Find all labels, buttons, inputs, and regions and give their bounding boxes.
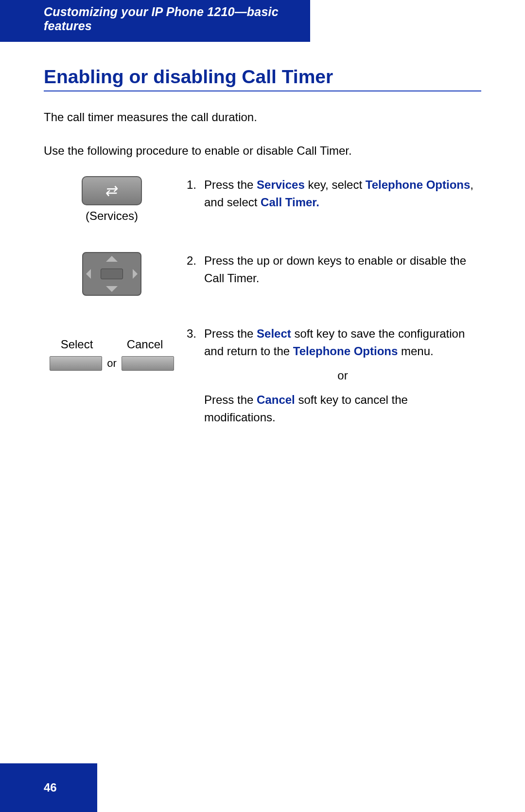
softkey-row: or [44, 356, 180, 371]
procedure-step: Select Cancel or 3. Press the Select sof… [44, 325, 481, 426]
select-softkey-icon [50, 356, 102, 371]
step-body: Press the Select soft key to save the co… [204, 325, 481, 426]
right-arrow-icon [133, 269, 138, 279]
step-illustration: Select Cancel or [44, 325, 180, 371]
services-key-icon: ⇄ [82, 176, 142, 205]
page-content: Enabling or disabling Call Timer The cal… [0, 42, 525, 426]
step-text: 2. Press the up or down keys to enable o… [180, 252, 481, 287]
navigation-pad-icon [82, 252, 141, 296]
call-timer-link: Call Timer. [261, 196, 319, 209]
cancel-label: Cancel [127, 338, 163, 351]
cancel-softkey-icon [122, 356, 174, 371]
text: Press the [204, 393, 257, 406]
step-illustration [44, 252, 180, 296]
globe-arrows-icon: ⇄ [104, 182, 119, 199]
telephone-options-link: Telephone Options [293, 344, 398, 358]
up-arrow-icon [106, 256, 118, 262]
or-label: or [107, 357, 117, 370]
title-rule [44, 90, 481, 91]
cancel-link: Cancel [257, 393, 295, 406]
step-body: Press the up or down keys to enable or d… [204, 252, 481, 287]
or-separator: or [204, 367, 481, 384]
down-arrow-icon [106, 286, 118, 292]
step-text: 1. Press the Services key, select Teleph… [180, 176, 481, 211]
page-footer: 46 [0, 763, 97, 812]
procedure-step: ⇄ (Services) 1. Press the Services key, … [44, 176, 481, 223]
chapter-header: Customizing your IP Phone 1210—basic fea… [0, 0, 310, 42]
step-number: 3. [180, 325, 204, 426]
text: key, select [305, 178, 366, 191]
services-caption: (Services) [44, 209, 180, 223]
select-label: Select [61, 338, 93, 351]
telephone-options-link: Telephone Options [366, 178, 471, 191]
step-illustration: ⇄ (Services) [44, 176, 180, 223]
procedure-list: ⇄ (Services) 1. Press the Services key, … [44, 176, 481, 426]
procedure-step: 2. Press the up or down keys to enable o… [44, 252, 481, 296]
intro-paragraph-2: Use the following procedure to enable or… [44, 143, 481, 160]
softkey-labels: Select Cancel [44, 338, 180, 351]
chapter-title: Customizing your IP Phone 1210—basic fea… [44, 5, 310, 33]
page-number: 46 [44, 781, 57, 794]
text: menu. [398, 344, 433, 358]
intro-paragraph-1: The call timer measures the call duratio… [44, 109, 481, 126]
services-link: Services [257, 178, 305, 191]
step-text: 3. Press the Select soft key to save the… [180, 325, 481, 426]
step-number: 2. [180, 252, 204, 287]
step-body: Press the Services key, select Telephone… [204, 176, 481, 211]
page-title: Enabling or disabling Call Timer [44, 66, 481, 88]
select-link: Select [257, 327, 291, 340]
text: Press the [204, 178, 257, 191]
left-arrow-icon [86, 269, 91, 279]
step-number: 1. [180, 176, 204, 211]
text: Press the [204, 327, 257, 340]
center-key-icon [101, 269, 123, 279]
document-page: Customizing your IP Phone 1210—basic fea… [0, 0, 525, 812]
